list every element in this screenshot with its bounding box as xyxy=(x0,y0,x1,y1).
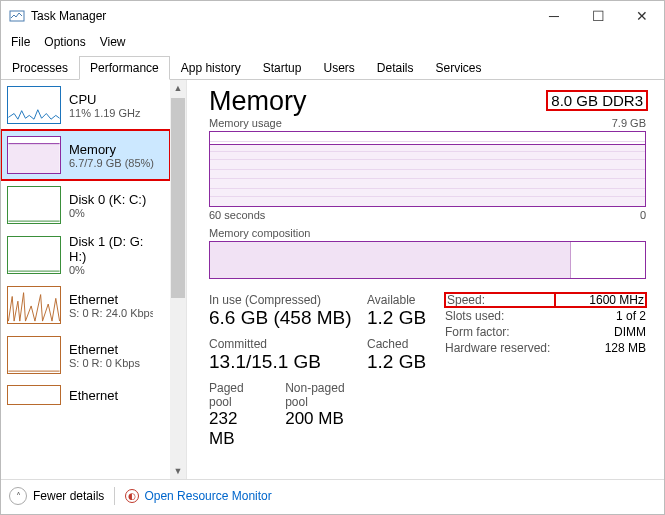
open-resource-monitor-link[interactable]: Open Resource Monitor xyxy=(144,489,271,503)
form-value: DIMM xyxy=(555,325,646,339)
footer: ˄ Fewer details ◐ Open Resource Monitor xyxy=(1,479,664,512)
sidebar-scrollbar[interactable]: ▲ ▼ xyxy=(170,80,186,479)
sidebar-item-ethernet0[interactable]: EthernetS: 0 R: 24.0 Kbps xyxy=(1,280,170,330)
usage-max: 7.9 GB xyxy=(612,117,646,129)
speed-label: Speed: xyxy=(445,293,555,307)
nonpaged-label: Non-paged pool xyxy=(285,381,367,409)
scroll-up-icon[interactable]: ▲ xyxy=(170,80,186,96)
tab-processes[interactable]: Processes xyxy=(1,56,79,80)
sidebar-sub: S: 0 R: 0 Kbps xyxy=(69,357,140,369)
tabstrip: Processes Performance App history Startu… xyxy=(1,55,664,80)
menu-file[interactable]: File xyxy=(7,33,40,51)
comp-label: Memory composition xyxy=(209,227,646,239)
memory-capacity: 8.0 GB DDR3 xyxy=(548,92,646,109)
sidebar-item-ethernet2[interactable]: Ethernet xyxy=(1,380,170,410)
sidebar-label: CPU xyxy=(69,92,141,107)
sidebar-label: Ethernet xyxy=(69,342,140,357)
minimize-button[interactable]: ─ xyxy=(532,1,576,31)
detail-pane: Memory 8.0 GB DDR3 Memory usage7.9 GB 60… xyxy=(187,80,664,479)
inuse-value: 6.6 GB (458 MB) xyxy=(209,307,367,329)
tab-users[interactable]: Users xyxy=(312,56,365,80)
sidebar-item-disk0[interactable]: Disk 0 (K: C:)0% xyxy=(1,180,170,230)
close-button[interactable]: ✕ xyxy=(620,1,664,31)
sidebar-item-ethernet1[interactable]: EthernetS: 0 R: 0 Kbps xyxy=(1,330,170,380)
net-chart-thumb xyxy=(7,286,61,324)
disk-chart-thumb xyxy=(7,186,61,224)
speed-value: 1600 MHz xyxy=(555,293,646,307)
tab-app-history[interactable]: App history xyxy=(170,56,252,80)
sidebar-sub: 11% 1.19 GHz xyxy=(69,107,141,119)
axis-right: 0 xyxy=(640,209,646,221)
tab-performance[interactable]: Performance xyxy=(79,56,170,80)
sidebar-label: Disk 1 (D: G: H:) xyxy=(69,234,153,264)
cpu-chart-thumb xyxy=(7,86,61,124)
sidebar-sub: 0% xyxy=(69,264,153,276)
usage-label: Memory usage xyxy=(209,117,282,129)
axis-left: 60 seconds xyxy=(209,209,265,221)
nonpaged-value: 200 MB xyxy=(285,409,367,429)
hwres-value: 128 MB xyxy=(555,341,646,355)
sidebar-label: Ethernet xyxy=(69,292,153,307)
sidebar: CPU11% 1.19 GHz Memory6.7/7.9 GB (85%) D… xyxy=(1,80,187,479)
sidebar-sub: S: 0 R: 24.0 Kbps xyxy=(69,307,153,319)
titlebar[interactable]: Task Manager ─ ☐ ✕ xyxy=(1,1,664,31)
sidebar-label: Ethernet xyxy=(69,388,118,403)
paged-value: 232 MB xyxy=(209,409,267,449)
menubar: File Options View xyxy=(1,31,664,53)
window-title: Task Manager xyxy=(31,9,532,23)
sidebar-sub: 0% xyxy=(69,207,146,219)
menu-options[interactable]: Options xyxy=(40,33,95,51)
disk-chart-thumb xyxy=(7,236,61,274)
scroll-down-icon[interactable]: ▼ xyxy=(170,463,186,479)
maximize-button[interactable]: ☐ xyxy=(576,1,620,31)
memory-composition-chart xyxy=(209,241,646,279)
slots-value: 1 of 2 xyxy=(555,309,646,323)
sidebar-item-memory[interactable]: Memory6.7/7.9 GB (85%) xyxy=(1,130,170,180)
chevron-up-icon[interactable]: ˄ xyxy=(9,487,27,505)
committed-label: Committed xyxy=(209,337,367,351)
sidebar-label: Memory xyxy=(69,142,154,157)
fewer-details-button[interactable]: Fewer details xyxy=(33,489,104,503)
sidebar-item-disk1[interactable]: Disk 1 (D: G: H:)0% xyxy=(1,230,170,280)
menu-view[interactable]: View xyxy=(96,33,136,51)
tab-details[interactable]: Details xyxy=(366,56,425,80)
app-icon xyxy=(9,8,25,24)
inuse-label: In use (Compressed) xyxy=(209,293,367,307)
net-chart-thumb xyxy=(7,336,61,374)
memory-usage-chart xyxy=(209,131,646,207)
slots-label: Slots used: xyxy=(445,309,555,323)
form-label: Form factor: xyxy=(445,325,555,339)
cached-value: 1.2 GB xyxy=(367,351,445,373)
committed-value: 13.1/15.1 GB xyxy=(209,351,367,373)
svg-rect-1 xyxy=(8,144,59,173)
tab-startup[interactable]: Startup xyxy=(252,56,313,80)
paged-label: Paged pool xyxy=(209,381,267,409)
resource-monitor-icon: ◐ xyxy=(125,489,139,503)
available-label: Available xyxy=(367,293,445,307)
memory-chart-thumb xyxy=(7,136,61,174)
net-chart-thumb xyxy=(7,385,61,405)
page-title: Memory xyxy=(209,86,307,117)
divider xyxy=(114,487,115,505)
scroll-thumb[interactable] xyxy=(171,98,185,298)
tab-services[interactable]: Services xyxy=(425,56,493,80)
cached-label: Cached xyxy=(367,337,445,351)
available-value: 1.2 GB xyxy=(367,307,445,329)
hwres-label: Hardware reserved: xyxy=(445,341,555,355)
sidebar-sub: 6.7/7.9 GB (85%) xyxy=(69,157,154,169)
sidebar-label: Disk 0 (K: C:) xyxy=(69,192,146,207)
sidebar-item-cpu[interactable]: CPU11% 1.19 GHz xyxy=(1,80,170,130)
